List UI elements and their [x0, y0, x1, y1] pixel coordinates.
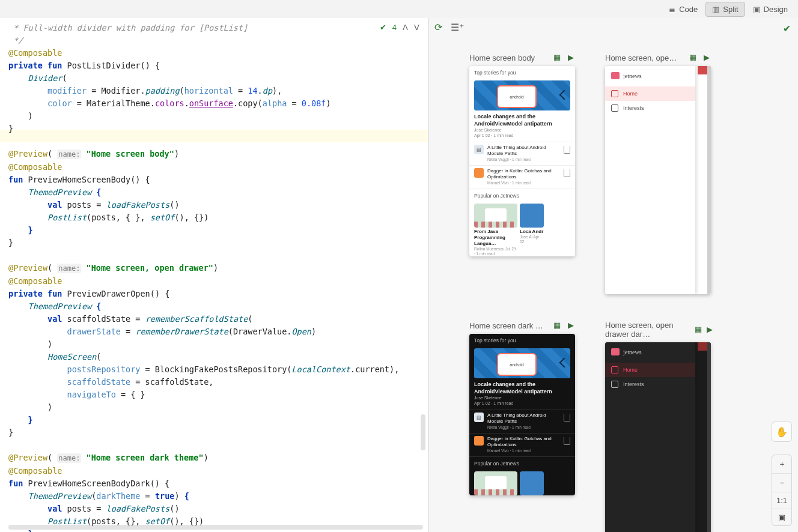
- popular-meta: Jose Al Apr 02: [520, 235, 544, 244]
- list-icon: [611, 381, 618, 388]
- drawer-item-label: Home: [623, 91, 638, 97]
- bookmark-icon: [564, 437, 570, 445]
- hero-meta: Apr 1 02 · 1 min read: [474, 133, 513, 138]
- inspection-next-icon[interactable]: ᐯ: [414, 23, 419, 32]
- popular-card: [520, 471, 544, 495]
- zoom-out-button[interactable]: －: [772, 474, 791, 492]
- section-label: Popular on Jetnews: [469, 189, 575, 201]
- preview-title: Home screen, open drawer dar…: [605, 321, 685, 339]
- drawer-item-home: Home: [605, 363, 695, 377]
- zoom-fit-button[interactable]: ▣: [772, 509, 791, 525]
- image-icon: ▣: [753, 5, 760, 14]
- thumb-icon: [474, 168, 484, 178]
- drawer-item-interests: Interests: [605, 377, 695, 391]
- preview-item: Home screen, ope… ▦ ▶ jetnews Home Inter…: [605, 53, 713, 294]
- thumb-icon: ▤: [474, 413, 484, 422]
- section-label: Top stories for you: [469, 66, 575, 78]
- list-item-meta: Nikita Vaggil · 1 min read: [487, 425, 560, 431]
- list-item-meta: Nikita Vaggil · 1 min read: [487, 157, 560, 163]
- hero-image: android: [474, 80, 570, 110]
- inspection-prev-icon[interactable]: ᐱ: [403, 23, 408, 32]
- bookmark-icon: [564, 414, 570, 422]
- list-item-title: A Little Thing about Android Module Path…: [487, 145, 560, 157]
- hero-title: Locale changes and the AndroidViewModel …: [469, 113, 575, 127]
- section-label: Top stories for you: [469, 334, 575, 346]
- code-editor[interactable]: ✔ 4 ᐱ ᐯ * Full-width divider with paddin…: [0, 18, 428, 532]
- deploy-icon[interactable]: ▦: [689, 53, 699, 62]
- android-badge: android: [497, 353, 537, 376]
- home-icon: [611, 366, 618, 373]
- preview-device[interactable]: Top stories for you android Locale chang…: [469, 66, 575, 256]
- preview-title: Home screen dark …: [469, 321, 543, 330]
- zoom-reset-button[interactable]: 1:1: [772, 492, 791, 509]
- preview-title: Home screen, ope…: [605, 53, 677, 62]
- list-item-meta: Manuel Vivo · 1 min read: [487, 180, 560, 186]
- view-mode-split-label: Split: [723, 5, 738, 14]
- view-mode-split[interactable]: ▥ Split: [705, 2, 745, 17]
- preview-pane: ⟳ ☰⁺ ✔ Home screen body ▦ ▶ Top stories …: [428, 18, 798, 532]
- check-icon: ✔: [380, 23, 386, 32]
- thumb-icon: [474, 436, 484, 446]
- refresh-icon[interactable]: ⟳: [434, 22, 442, 33]
- pan-tool-button[interactable]: ✋: [772, 422, 792, 442]
- view-mode-design-label: Design: [764, 5, 788, 14]
- view-mode-code[interactable]: ≣ Code: [662, 2, 704, 17]
- view-mode-code-label: Code: [679, 5, 698, 14]
- preview-status-ok-icon[interactable]: ✔: [783, 23, 791, 34]
- popular-meta: Rolina Muenescu Jul 29 · 1 min read: [474, 247, 517, 256]
- drawer-panel: jetnews Home Interests: [605, 66, 695, 294]
- list-item-meta: Manuel Vivo · 1 min read: [487, 448, 560, 454]
- popular-card: Loca Andr Jose Al Apr 02: [520, 204, 544, 256]
- device-scrollbar: [707, 66, 711, 294]
- hero-title: Locale changes and the AndroidViewModel …: [469, 381, 575, 395]
- inspection-count[interactable]: 4: [392, 23, 397, 32]
- preview-item: Home screen dark … ▦ ▶ Top stories for y…: [469, 321, 577, 532]
- preview-item: Home screen body ▦ ▶ Top stories for you…: [469, 53, 577, 294]
- preview-device[interactable]: Top stories for you android Locale chang…: [469, 334, 575, 495]
- preview-item: Home screen, open drawer dar… ▦ ▶ jetnew…: [605, 321, 713, 532]
- preview-surface[interactable]: Home screen body ▦ ▶ Top stories for you…: [428, 40, 798, 532]
- drawer-panel: jetnews Home Interests: [605, 342, 695, 532]
- logo-icon: [611, 72, 620, 79]
- preview-toolbar: ⟳ ☰⁺: [434, 22, 464, 33]
- logo-icon: [611, 348, 620, 355]
- view-mode-design[interactable]: ▣ Design: [746, 2, 794, 17]
- editor-inspection-bar: ✔ 4 ᐱ ᐯ: [380, 23, 419, 32]
- hero-image: android: [474, 348, 570, 378]
- interactive-icon[interactable]: ▶: [568, 321, 577, 330]
- android-badge: android: [497, 85, 537, 108]
- list-item-title: A Little Thing about Android Module Path…: [487, 413, 560, 425]
- popular-card: From Java Programming Langua… Rolina Mue…: [474, 204, 517, 256]
- preview-device[interactable]: jetnews Home Interests: [605, 342, 711, 532]
- drawer-item-home: Home: [605, 86, 695, 101]
- preview-device[interactable]: jetnews Home Interests: [605, 66, 711, 294]
- deploy-icon[interactable]: ▦: [695, 325, 702, 334]
- hero-meta: Apr 1 02 · 1 min read: [474, 401, 513, 405]
- drawer-brand: jetnews: [623, 349, 642, 355]
- interactive-icon[interactable]: ▶: [704, 53, 713, 62]
- drawer-brand: jetnews: [623, 73, 642, 79]
- code-text[interactable]: * Full-width divider with padding for [P…: [0, 18, 428, 532]
- bookmark-icon: [564, 169, 570, 177]
- drawer-item-label: Interests: [623, 381, 644, 387]
- deploy-icon[interactable]: ▦: [553, 321, 563, 330]
- list-item: ▤ A Little Thing about Android Module Pa…: [469, 410, 575, 433]
- list-icon: [611, 104, 618, 112]
- preview-title: Home screen body: [469, 53, 535, 62]
- list-item: ▤ A Little Thing about Android Module Pa…: [469, 142, 575, 165]
- deploy-icon[interactable]: ▦: [553, 53, 563, 62]
- zoom-in-button[interactable]: ＋: [772, 455, 791, 474]
- hero-author: Jose Skelence: [474, 128, 502, 132]
- device-scrollbar: [707, 342, 711, 532]
- interactive-icon[interactable]: ▶: [568, 53, 577, 62]
- thumb-icon: ▤: [474, 145, 484, 154]
- drawer-item-label: Interests: [623, 105, 644, 111]
- settings-icon[interactable]: ☰⁺: [451, 22, 464, 33]
- drawer-item-label: Home: [623, 367, 638, 373]
- split-icon: ▥: [712, 5, 719, 14]
- list-item-title: Dagger in Kotlin: Gotchas and Optimizati…: [487, 168, 560, 180]
- interactive-icon[interactable]: ▶: [707, 325, 713, 334]
- section-label: Popular on Jetnews: [469, 456, 575, 469]
- view-mode-toolbar: ≣ Code ▥ Split ▣ Design: [0, 0, 798, 19]
- drawer-item-interests: Interests: [605, 101, 695, 115]
